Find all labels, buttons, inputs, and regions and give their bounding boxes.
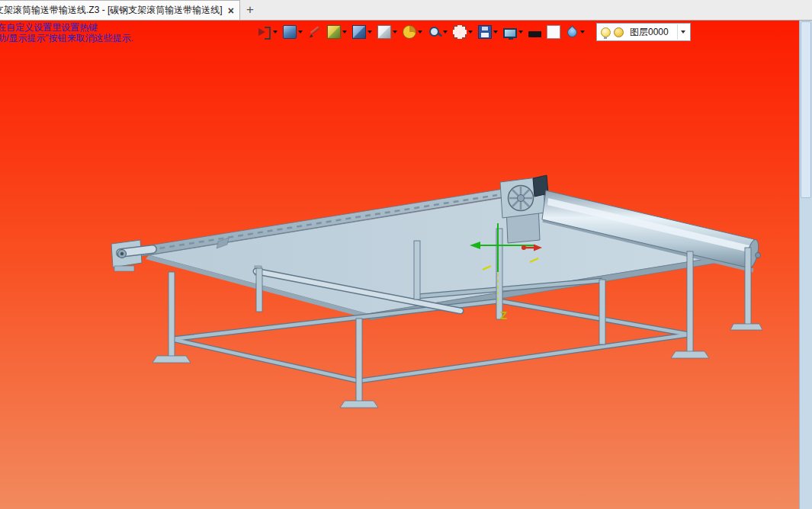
3d-viewport[interactable]: 在自定义设置里设置热键 助/显示提示"按钮来取消这些提示. — [0, 21, 812, 509]
tab-close-icon[interactable]: × — [228, 5, 234, 16]
tab-bar: 支架滚筒输送带输送线.Z3 - [碳钢支架滚筒输送带输送线] × + — [0, 0, 812, 21]
scrollbar-thumb[interactable] — [801, 21, 811, 198]
vertical-scrollbar[interactable] — [799, 21, 812, 509]
belt-surface — [146, 193, 755, 320]
document-tab[interactable]: 支架滚筒输送带输送线.Z3 - [碳钢支架滚筒输送带输送线] × — [0, 0, 240, 20]
conveyor-model[interactable]: Z — [0, 21, 799, 509]
tab-title: 支架滚筒输送带输送线.Z3 - [碳钢支架滚筒输送带输送线] — [0, 4, 223, 17]
new-tab-button[interactable]: + — [240, 0, 260, 20]
z-axis-label: Z — [500, 309, 507, 322]
